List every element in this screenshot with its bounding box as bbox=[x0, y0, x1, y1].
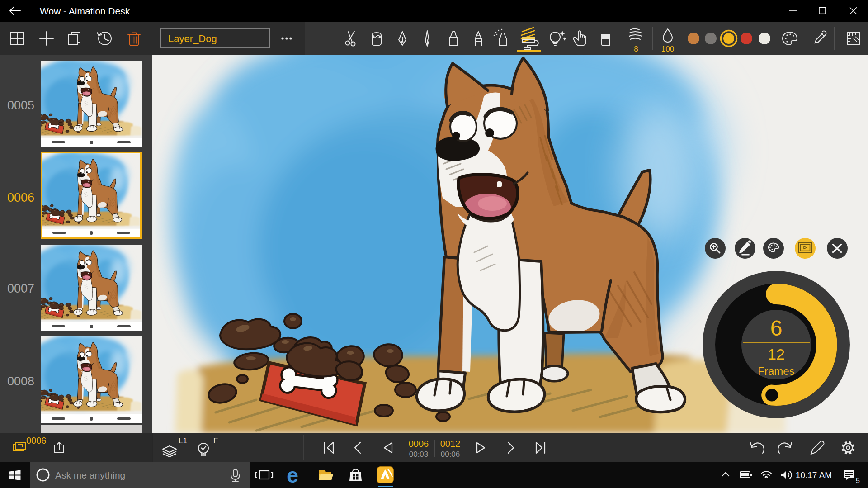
svg-text:00:06: 00:06 bbox=[441, 450, 460, 459]
svg-text:00:03: 00:03 bbox=[409, 450, 429, 459]
svg-text:12: 12 bbox=[768, 346, 785, 363]
svg-text:10:17 AM: 10:17 AM bbox=[796, 470, 832, 480]
svg-text:8: 8 bbox=[634, 45, 638, 53]
svg-text:0006: 0006 bbox=[26, 436, 47, 445]
svg-text:Layer_Dog: Layer_Dog bbox=[168, 33, 217, 44]
svg-text:100: 100 bbox=[661, 45, 674, 53]
svg-text:F: F bbox=[213, 436, 218, 445]
svg-text:6: 6 bbox=[770, 316, 783, 340]
svg-text:Wow - Aimation Desk: Wow - Aimation Desk bbox=[40, 6, 130, 16]
svg-text:0012: 0012 bbox=[440, 439, 461, 449]
svg-text:5: 5 bbox=[856, 477, 860, 484]
svg-text:0006: 0006 bbox=[409, 439, 429, 449]
svg-text:Ask me anything: Ask me anything bbox=[55, 470, 125, 480]
svg-text:Frames: Frames bbox=[758, 365, 794, 377]
svg-text:L1: L1 bbox=[179, 436, 187, 445]
svg-text:e: e bbox=[287, 463, 298, 487]
